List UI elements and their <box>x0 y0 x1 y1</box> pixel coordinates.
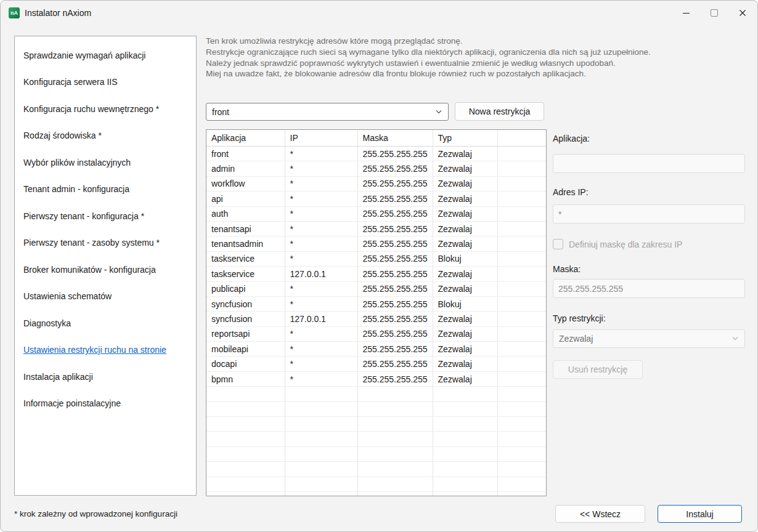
table-cell: * <box>285 176 357 191</box>
table-row-empty[interactable] <box>206 417 546 432</box>
sidebar-item[interactable]: Tenant admin - konfiguracja <box>15 176 196 203</box>
application-select[interactable]: front <box>206 103 449 121</box>
sidebar-item[interactable]: Pierwszy tenant - konfiguracja * <box>15 203 196 230</box>
table-cell: tenantsadmin <box>206 236 285 251</box>
table-cell: * <box>285 296 357 311</box>
table-cell <box>206 446 285 461</box>
sidebar-item[interactable]: Informacje poinstalacyjne <box>15 390 196 417</box>
table-cell: Zezwalaj <box>433 161 497 176</box>
table-row-empty[interactable] <box>206 387 546 401</box>
description-line: Należy jednak sprawdzić poprawność wykry… <box>206 58 751 69</box>
table-cell: 255.255.255.255 <box>357 147 433 161</box>
application-field-label: Aplikacja: <box>553 134 590 143</box>
define-mask-checkbox-label: Definiuj maskę dla zakresu IP <box>569 240 682 249</box>
table-cell <box>497 206 546 221</box>
sidebar-item[interactable]: Ustawienia restrykcji ruchu na stronie <box>15 337 196 364</box>
table-cell: 127.0.0.1 <box>285 312 357 326</box>
table-cell: 255.255.255.255 <box>357 176 433 191</box>
table-cell: api <box>206 191 285 206</box>
table-row[interactable]: reportsapi*255.255.255.255Zezwalaj <box>206 326 546 341</box>
table-row[interactable]: taskservice127.0.0.1255.255.255.255Zezwa… <box>206 267 546 281</box>
table-cell: taskservice <box>206 251 285 266</box>
table-cell: syncfusion <box>206 296 285 311</box>
define-mask-checkbox[interactable]: Definiuj maskę dla zakresu IP <box>553 239 682 249</box>
table-row[interactable]: bpmn*255.255.255.255Zezwalaj <box>206 371 546 386</box>
table-row[interactable]: workflow*255.255.255.255Zezwalaj <box>206 176 546 191</box>
table-row[interactable]: api*255.255.255.255Zezwalaj <box>206 191 546 206</box>
table-cell <box>357 417 433 432</box>
application-field[interactable] <box>553 154 745 173</box>
table-cell <box>433 446 497 461</box>
table-cell <box>497 371 546 386</box>
table-row[interactable]: admin*255.255.255.255Zezwalaj <box>206 161 546 176</box>
table-row-empty[interactable] <box>206 446 546 461</box>
table-row[interactable]: syncfusion*255.255.255.255Blokuj <box>206 296 546 311</box>
table-row-empty[interactable] <box>206 401 546 416</box>
table-cell: 255.255.255.255 <box>357 236 433 251</box>
table-cell: Zezwalaj <box>433 176 497 191</box>
table-row-empty[interactable] <box>206 462 546 477</box>
table-cell: auth <box>206 206 285 221</box>
column-header-ip[interactable]: IP <box>285 130 357 147</box>
back-button[interactable]: << Wstecz <box>555 505 645 523</box>
ip-field[interactable] <box>553 204 745 224</box>
table-cell <box>206 417 285 432</box>
table-cell <box>497 161 546 176</box>
table-row[interactable]: auth*255.255.255.255Zezwalaj <box>206 206 546 221</box>
mask-field[interactable] <box>553 279 745 298</box>
sidebar-item[interactable]: Konfiguracja ruchu wewnętrznego * <box>15 95 196 123</box>
table-cell <box>433 477 497 491</box>
table-cell: taskservice <box>206 267 285 281</box>
table-cell <box>497 462 546 477</box>
table-cell: 127.0.0.1 <box>285 267 357 281</box>
table-cell: Zezwalaj <box>433 206 497 221</box>
table-row[interactable]: taskservice*255.255.255.255Blokuj <box>206 251 546 266</box>
sidebar-item[interactable]: Sprawdzanie wymagań aplikacji <box>15 42 196 69</box>
new-restriction-button[interactable]: Nowa restrykcja <box>455 102 544 121</box>
table-row-empty[interactable] <box>206 477 546 491</box>
table-cell <box>497 221 546 236</box>
column-header-typ[interactable]: Typ <box>433 130 497 147</box>
table-cell: Zezwalaj <box>433 267 497 281</box>
table-cell: * <box>285 206 357 221</box>
sidebar-item[interactable]: Wybór plików instalacyjnych <box>15 149 196 176</box>
table-cell: 255.255.255.255 <box>357 357 433 371</box>
table-row-empty[interactable] <box>206 432 546 446</box>
table-cell: reportsapi <box>206 326 285 341</box>
maximize-button[interactable] <box>700 1 728 25</box>
table-row[interactable]: tenantsapi*255.255.255.255Zezwalaj <box>206 221 546 236</box>
checkbox-icon <box>553 239 563 249</box>
table-row-empty[interactable] <box>206 491 546 496</box>
table-cell <box>285 477 357 491</box>
sidebar-item[interactable]: Rodzaj środowiska * <box>15 123 196 150</box>
delete-restriction-button[interactable]: Usuń restrykcję <box>553 360 643 379</box>
table-cell: 255.255.255.255 <box>357 206 433 221</box>
table-cell <box>497 296 546 311</box>
table-cell: Zezwalaj <box>433 236 497 251</box>
app-icon: nA <box>9 7 20 18</box>
table-cell <box>497 281 546 296</box>
minimize-button[interactable] <box>672 1 700 25</box>
table-row[interactable]: docapi*255.255.255.255Zezwalaj <box>206 357 546 371</box>
column-header-aplikacja[interactable]: Aplikacja <box>206 130 285 147</box>
sidebar-item[interactable]: Broker komunikatów - konfiguracja <box>15 256 196 283</box>
table-row[interactable]: publicapi*255.255.255.255Zezwalaj <box>206 281 546 296</box>
table-cell <box>285 387 357 401</box>
column-header-maska[interactable]: Maska <box>357 130 433 147</box>
table-row[interactable]: tenantsadmin*255.255.255.255Zezwalaj <box>206 236 546 251</box>
table-cell: Zezwalaj <box>433 326 497 341</box>
sidebar-item[interactable]: Ustawienia schematów <box>15 283 196 310</box>
maximize-icon <box>711 9 718 17</box>
sidebar-item[interactable]: Instalacja aplikacji <box>15 363 196 390</box>
table-row[interactable]: syncfusion127.0.0.1255.255.255.255Zezwal… <box>206 312 546 326</box>
install-button[interactable]: Instaluj <box>658 505 742 523</box>
table-row[interactable]: front*255.255.255.255Zezwalaj <box>206 147 546 161</box>
table-row[interactable]: mobileapi*255.255.255.255Zezwalaj <box>206 342 546 357</box>
table-cell <box>497 387 546 401</box>
sidebar-item[interactable]: Konfiguracja serwera IIS <box>15 69 196 96</box>
table-cell: * <box>285 342 357 357</box>
sidebar-item[interactable]: Diagnostyka <box>15 310 196 337</box>
close-button[interactable] <box>728 1 757 25</box>
sidebar-item[interactable]: Pierwszy tenant - zasoby systemu * <box>15 230 196 257</box>
restriction-type-select[interactable]: Zezwalaj <box>553 329 745 348</box>
